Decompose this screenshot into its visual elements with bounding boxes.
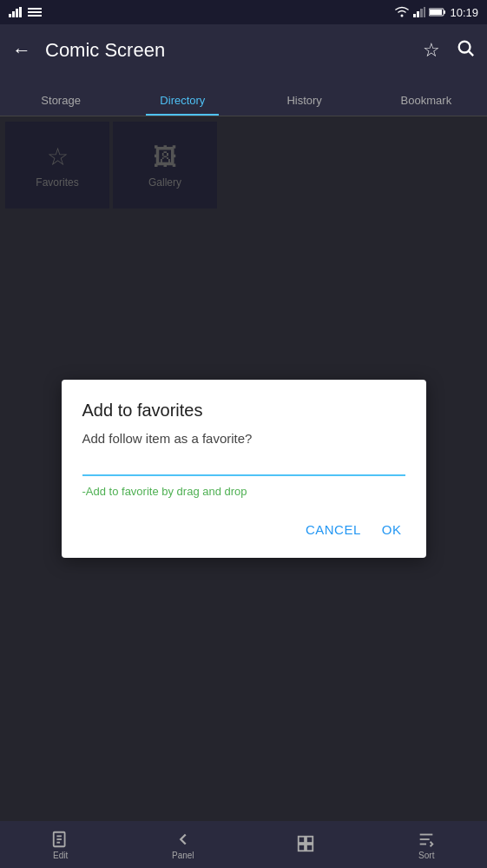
svg-rect-9 bbox=[417, 11, 419, 17]
edit-icon bbox=[51, 830, 70, 849]
time-display: 10:19 bbox=[450, 6, 478, 19]
dialog-actions: CANCEL OK bbox=[82, 515, 405, 544]
svg-point-7 bbox=[401, 15, 404, 17]
svg-rect-10 bbox=[420, 9, 423, 17]
svg-rect-13 bbox=[444, 10, 445, 14]
cellular-icon bbox=[413, 7, 425, 17]
svg-rect-14 bbox=[430, 10, 442, 15]
search-icon[interactable] bbox=[456, 38, 475, 63]
dialog-overlay: Add to favorites Add follow item as a fa… bbox=[0, 116, 487, 821]
svg-rect-11 bbox=[424, 7, 425, 17]
signal-icon bbox=[9, 7, 23, 17]
svg-rect-3 bbox=[19, 7, 22, 17]
dialog-body: Add follow item as a favorite? bbox=[82, 431, 405, 446]
top-bar: ← Comic Screen ☆ bbox=[0, 24, 487, 76]
status-bar: 10:19 bbox=[0, 0, 487, 24]
tab-bookmark[interactable]: Bookmark bbox=[365, 94, 487, 116]
ok-button[interactable]: OK bbox=[378, 515, 405, 544]
status-bar-right: 10:19 bbox=[394, 6, 478, 19]
add-to-favorites-dialog: Add to favorites Add follow item as a fa… bbox=[62, 380, 426, 558]
top-bar-actions: ☆ bbox=[423, 38, 475, 63]
wifi-icon bbox=[394, 6, 410, 18]
svg-rect-22 bbox=[306, 837, 313, 843]
menu-icon bbox=[28, 6, 42, 18]
favorite-icon[interactable]: ☆ bbox=[423, 39, 440, 62]
dialog-input[interactable] bbox=[82, 453, 405, 476]
svg-rect-0 bbox=[9, 14, 11, 17]
svg-point-15 bbox=[459, 42, 471, 53]
svg-rect-21 bbox=[299, 837, 305, 843]
svg-line-16 bbox=[469, 51, 473, 56]
content-area: ☆ Favorites 🖼 Gallery Add to favorites A… bbox=[0, 116, 487, 821]
svg-rect-8 bbox=[413, 14, 416, 17]
page-title: Comic Screen bbox=[45, 39, 409, 62]
svg-rect-24 bbox=[306, 845, 313, 851]
dialog-title: Add to favorites bbox=[82, 401, 405, 421]
svg-rect-23 bbox=[299, 845, 305, 851]
bottom-edit[interactable]: Edit bbox=[51, 830, 70, 860]
dialog-hint: -Add to favorite by drag and drop bbox=[82, 485, 405, 498]
panel-label: Panel bbox=[172, 851, 194, 860]
svg-rect-2 bbox=[16, 9, 18, 17]
battery-icon bbox=[429, 7, 446, 17]
tab-storage[interactable]: Storage bbox=[0, 94, 122, 116]
svg-rect-6 bbox=[28, 15, 42, 17]
sort-icon bbox=[417, 830, 436, 849]
status-bar-left bbox=[9, 6, 42, 18]
bottom-bar: Edit Panel Sort bbox=[0, 821, 487, 868]
back-button[interactable]: ← bbox=[12, 39, 31, 62]
cancel-button[interactable]: CANCEL bbox=[302, 515, 365, 544]
tab-history[interactable]: History bbox=[244, 94, 365, 116]
bottom-sort[interactable]: Sort bbox=[417, 830, 436, 860]
svg-rect-1 bbox=[12, 11, 15, 17]
bottom-panel[interactable]: Panel bbox=[172, 830, 194, 860]
tab-directory[interactable]: Directory bbox=[122, 94, 243, 116]
bottom-grid[interactable] bbox=[296, 834, 315, 855]
svg-rect-5 bbox=[28, 11, 42, 13]
tabs-bar: Storage Directory History Bookmark bbox=[0, 76, 487, 116]
grid-icon bbox=[296, 834, 315, 853]
svg-rect-4 bbox=[28, 8, 42, 10]
sort-label: Sort bbox=[418, 851, 434, 860]
edit-label: Edit bbox=[53, 851, 68, 860]
back-arrow-icon bbox=[174, 830, 193, 849]
